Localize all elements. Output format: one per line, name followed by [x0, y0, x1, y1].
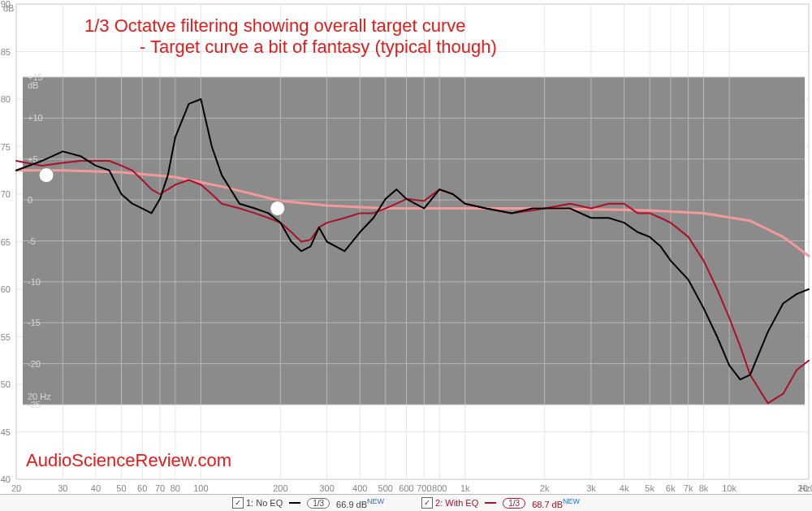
- svg-text:+10: +10: [28, 113, 43, 123]
- checkbox-icon[interactable]: ✓: [421, 497, 433, 509]
- legend-item-2[interactable]: ✓ 2: With EQ: [421, 497, 478, 509]
- watermark: AudioScienceReview.com: [26, 450, 231, 471]
- frequency-response-chart: -25-20-15-10-50+5+10+15dB20 Hz: [0, 0, 812, 511]
- legend-level-2: 68.7 dBNEW: [532, 497, 580, 509]
- svg-text:-15: -15: [28, 318, 41, 327]
- smoothing-pill-1[interactable]: 1/3: [307, 498, 330, 509]
- svg-point-82: [270, 201, 285, 216]
- legend-swatch-1: [289, 502, 300, 504]
- svg-text:-10: -10: [28, 277, 41, 287]
- annotation-line1: 1/3 Octatve filtering showing overall ta…: [84, 15, 466, 37]
- svg-text:-5: -5: [28, 236, 36, 246]
- annotation-line2: - Target curve a bit of fantasy (typical…: [140, 37, 497, 58]
- legend-swatch-2: [485, 502, 496, 504]
- svg-text:20 Hz: 20 Hz: [28, 392, 51, 401]
- svg-text:0: 0: [28, 195, 32, 205]
- legend-item-1[interactable]: ✓ 1: No EQ: [232, 497, 283, 509]
- legend-bar: ✓ 1: No EQ 1/3 66.9 dBNEW ✓ 2: With EQ 1…: [0, 494, 812, 511]
- legend-item-1-label: 1: No EQ: [246, 498, 283, 508]
- legend-level-1: 66.9 dBNEW: [336, 497, 384, 509]
- svg-point-81: [39, 168, 54, 183]
- svg-text:dB: dB: [28, 80, 38, 90]
- smoothing-pill-2[interactable]: 1/3: [503, 498, 525, 509]
- legend-item-2-label: 2: With EQ: [435, 498, 478, 508]
- svg-text:-20: -20: [28, 359, 41, 369]
- checkbox-icon[interactable]: ✓: [232, 497, 244, 509]
